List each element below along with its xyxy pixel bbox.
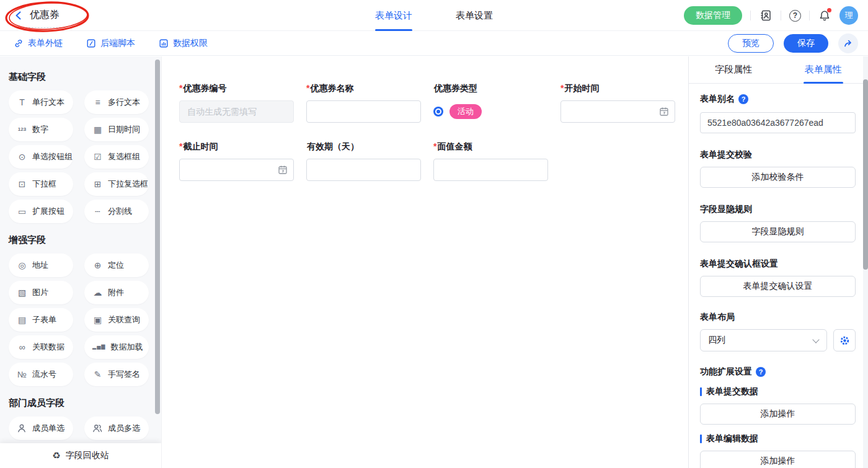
sidebar-item-serial-number[interactable]: № 流水号 <box>9 363 73 386</box>
recycle-icon: ♻ <box>52 450 60 461</box>
radio-checked[interactable] <box>433 107 443 117</box>
tab-form-settings[interactable]: 表单设置 <box>456 0 493 31</box>
field-coupon-type[interactable]: 优惠券类型 活动 <box>433 83 548 123</box>
notification-bell-icon[interactable] <box>818 9 831 22</box>
sidebar-item-multi-select[interactable]: ⊞ 下拉复选框 <box>84 172 149 196</box>
tab-field-properties[interactable]: 字段属性 <box>689 56 779 83</box>
coupon-code-input <box>179 100 294 123</box>
location-icon: ⊕ <box>92 261 103 270</box>
sidebar-item-address[interactable]: ◎ 地址 <box>9 254 73 277</box>
edit-data-group-label: 表单编辑数据 <box>700 433 856 444</box>
form-toolbar: 表单外链 后端脚本 数据权限 预览 保存 <box>0 31 868 56</box>
field-label: 面值金额 <box>437 141 472 151</box>
signature-icon: ✎ <box>92 370 103 379</box>
datetime-icon: ▦ <box>92 125 103 134</box>
submit-confirm-label: 表单提交确认框设置 <box>700 258 856 270</box>
sidebar-item-image[interactable]: ▧ 图片 <box>9 281 73 304</box>
back-chevron-icon <box>14 11 24 20</box>
divider <box>750 11 751 20</box>
form-alias-input[interactable] <box>700 112 856 133</box>
end-time-input[interactable] <box>179 159 294 181</box>
checkbox-group-icon: ☑ <box>92 152 103 161</box>
divider <box>809 11 810 20</box>
tab-form-properties[interactable]: 表单属性 <box>779 56 868 83</box>
form-canvas[interactable]: *优惠券编号 *优惠券名称 优惠券类型 活动 *开始时间 <box>161 56 688 468</box>
required-asterisk: * <box>179 83 182 93</box>
data-permission-link[interactable]: 数据权限 <box>159 38 208 49</box>
number-icon: 123 <box>17 127 27 132</box>
layout-select[interactable]: 四列 <box>700 329 827 351</box>
field-validity-days[interactable]: 有效期（天） <box>306 141 421 181</box>
sidebar-item-signature[interactable]: ✎ 手写签名 <box>84 363 149 386</box>
header-tabs: 表单设计 表单设置 <box>375 0 493 31</box>
backend-script-link[interactable]: 后端脚本 <box>86 38 135 49</box>
permission-icon <box>159 38 169 48</box>
save-button[interactable]: 保存 <box>784 34 828 53</box>
field-coupon-name[interactable]: *优惠券名称 <box>306 83 421 123</box>
submit-confirm-button[interactable]: 表单提交确认设置 <box>700 276 856 297</box>
field-recycle-bin[interactable]: ♻ 字段回收站 <box>0 443 161 468</box>
face-value-input[interactable] <box>433 159 548 181</box>
sidebar-item-multi-line-text[interactable]: ≡ 多行文本 <box>84 91 149 114</box>
sidebar-item-location[interactable]: ⊕ 定位 <box>84 254 149 277</box>
sidebar-item-member-single[interactable]: 成员单选 <box>9 417 73 440</box>
sidebar-item-data-load[interactable]: ▂▅▇ 数据加载 <box>84 335 149 359</box>
related-query-icon: ▣ <box>92 316 103 324</box>
script-icon <box>86 38 96 48</box>
add-validation-button[interactable]: 添加校验条件 <box>700 167 856 188</box>
enhanced-fields-grid: ◎ 地址 ⊕ 定位 ▧ 图片 ☁ 附件 ▤ 子表单 ▣ 关联查询 <box>9 254 149 386</box>
panel-tabs: 字段属性 表单属性 <box>689 56 868 84</box>
sidebar-item-related-data[interactable]: ∞ 关联数据 <box>9 335 73 359</box>
properties-panel: 字段属性 表单属性 表单别名 表单提交校验 添加校验条件 字段显隐规则 字段显隐… <box>688 56 868 468</box>
field-label: 优惠券编号 <box>183 83 226 93</box>
sidebar-item-radio-group[interactable]: ⊙ 单选按钮组 <box>9 145 73 169</box>
help-icon[interactable] <box>738 94 748 104</box>
back-button[interactable]: 优惠券 <box>0 9 60 22</box>
layout-settings-button[interactable] <box>833 329 856 351</box>
coupon-name-input[interactable] <box>306 100 421 123</box>
sidebar-item-attachment[interactable]: ☁ 附件 <box>84 281 149 304</box>
start-time-input[interactable] <box>560 100 675 123</box>
field-coupon-code[interactable]: *优惠券编号 <box>179 83 294 123</box>
sidebar-item-extend-button[interactable]: ▭ 扩展按钮 <box>9 200 73 223</box>
chevron-down-icon <box>812 336 819 343</box>
sidebar-item-member-multi[interactable]: 成员多选 <box>84 417 149 440</box>
field-start-time[interactable]: *开始时间 <box>560 83 675 123</box>
sidebar-item-single-line-text[interactable]: T 单行文本 <box>9 91 73 114</box>
help-icon[interactable] <box>789 10 801 22</box>
share-button[interactable] <box>838 33 858 53</box>
field-end-time[interactable]: *截止时间 <box>179 141 294 181</box>
sidebar-item-number[interactable]: 123 数字 <box>9 118 73 141</box>
field-visibility-button[interactable]: 字段显隐规则 <box>700 221 856 242</box>
address-book-icon[interactable] <box>759 9 773 22</box>
required-asterisk: * <box>306 83 309 93</box>
divider-icon: ┄ <box>92 207 103 216</box>
form-external-link[interactable]: 表单外链 <box>14 38 63 49</box>
divider <box>781 11 781 20</box>
sidebar-item-select[interactable]: ⊡ 下拉框 <box>9 172 73 196</box>
app-header: 优惠券 表单设计 表单设置 数据管理 <box>0 0 868 31</box>
required-asterisk: * <box>179 141 182 151</box>
add-submit-action-button[interactable]: 添加操作 <box>700 404 856 425</box>
sidebar-item-checkbox-group[interactable]: ☑ 复选框组 <box>84 145 149 169</box>
data-manage-button[interactable]: 数据管理 <box>684 6 742 25</box>
sidebar-item-related-query[interactable]: ▣ 关联查询 <box>84 308 149 332</box>
member-single-icon <box>17 423 27 433</box>
submit-validation-label: 表单提交校验 <box>700 149 856 161</box>
sidebar-scrollbar[interactable] <box>155 60 160 414</box>
avatar[interactable]: 理 <box>839 6 858 25</box>
add-edit-action-button[interactable]: 添加操作 <box>700 451 856 468</box>
form-layout-label: 表单布局 <box>700 312 856 323</box>
sidebar-item-subform[interactable]: ▤ 子表单 <box>9 308 73 332</box>
tab-form-design[interactable]: 表单设计 <box>375 0 412 31</box>
help-icon[interactable] <box>756 367 766 377</box>
validity-days-input[interactable] <box>306 159 421 181</box>
page-title: 优惠券 <box>30 9 60 22</box>
preview-button[interactable]: 预览 <box>728 34 774 53</box>
sidebar-item-datetime[interactable]: ▦ 日期时间 <box>84 118 149 141</box>
extension-settings-label: 功能扩展设置 <box>700 366 856 377</box>
sidebar-item-divider[interactable]: ┄ 分割线 <box>84 200 149 223</box>
field-face-value[interactable]: *面值金额 <box>433 141 548 181</box>
accent-bar <box>700 387 702 396</box>
panel-scrollbar[interactable] <box>863 79 868 270</box>
